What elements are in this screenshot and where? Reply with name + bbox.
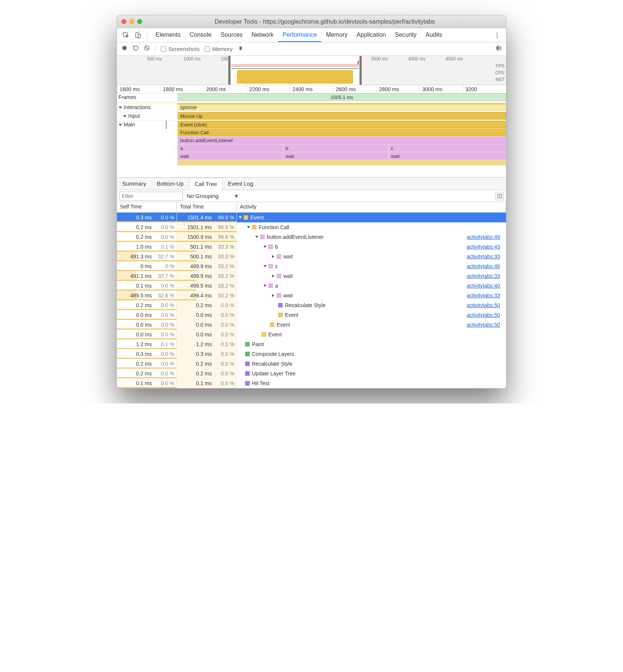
source-link[interactable]: activitytabs:49 — [467, 234, 504, 240]
header-activity[interactable]: Activity — [237, 202, 506, 212]
call-tree-row[interactable]: 1.0 ms0.1 %501.1 ms33.3 %bactivitytabs:4… — [117, 242, 506, 252]
total-time-cell: 0.0 ms0.0 % — [177, 310, 237, 320]
detail-tab-call-tree[interactable]: Call Tree — [189, 178, 223, 190]
header-self-time[interactable]: Self Time — [117, 202, 177, 212]
expand-arrow-icon[interactable] — [264, 285, 267, 287]
call-tree-row[interactable]: 0.3 ms0.0 %0.3 ms0.0 %Composite Layers — [117, 349, 506, 359]
call-tree-row[interactable]: 0.3 ms0.0 %1501.4 ms99.9 %Event — [117, 213, 506, 222]
expand-arrow-icon[interactable] — [272, 274, 274, 278]
tab-security[interactable]: Security — [390, 28, 421, 42]
total-time-cell: 0.2 ms0.0 % — [177, 359, 237, 369]
gc-button[interactable] — [238, 45, 243, 53]
call-tree-row[interactable]: 0.0 ms0.0 %0.0 ms0.0 %Eventactivitytabs:… — [117, 320, 506, 330]
source-link[interactable]: activitytabs:46 — [467, 263, 504, 269]
flame-function-call[interactable]: Function Call — [178, 129, 506, 136]
filter-input[interactable] — [119, 192, 183, 201]
main-lane[interactable]: Main Event (click) Function Call button.… — [117, 121, 506, 177]
call-tree-row[interactable]: 0.1 ms0.0 %499.5 ms33.2 %aactivitytabs:4… — [117, 281, 506, 291]
interaction-response[interactable]: sponse — [178, 104, 506, 111]
chevron-down-icon[interactable] — [118, 124, 122, 126]
inspect-icon[interactable] — [121, 30, 131, 40]
show-heaviest-stack-icon[interactable] — [496, 192, 504, 200]
settings-icon[interactable] — [495, 45, 502, 53]
reload-button[interactable] — [133, 45, 139, 53]
tab-memory[interactable]: Memory — [321, 28, 352, 42]
call-tree-row[interactable]: 0.2 ms0.0 %0.2 ms0.0 %Recalculate Style — [117, 359, 506, 369]
tab-console[interactable]: Console — [185, 28, 216, 42]
frame-duration[interactable]: 1505.1 ms — [178, 93, 506, 101]
source-link[interactable]: activitytabs:50 — [467, 302, 504, 308]
clear-button[interactable] — [144, 45, 150, 53]
grouping-dropdown[interactable]: No Grouping▼ — [187, 193, 239, 199]
expand-arrow-icon[interactable] — [272, 255, 274, 258]
tab-performance[interactable]: Performance — [278, 28, 322, 42]
flame-a[interactable]: a — [178, 144, 283, 152]
zoom-window-button[interactable] — [137, 19, 142, 24]
record-button[interactable] — [121, 45, 127, 53]
tab-elements[interactable]: Elements — [151, 28, 185, 42]
call-tree-row[interactable]: 491.3 ms32.7 %500.1 ms33.3 %waitactivity… — [117, 252, 506, 261]
minimize-window-button[interactable] — [129, 19, 134, 24]
flame-b[interactable]: b — [283, 144, 388, 152]
expand-arrow-icon[interactable] — [239, 216, 242, 219]
input-event[interactable]: Mouse Up — [178, 112, 506, 120]
overview-green-line — [231, 68, 359, 69]
call-tree-row[interactable]: 0 ms0 %499.9 ms33.2 %cactivitytabs:46 — [117, 261, 506, 271]
call-tree-row[interactable]: 0.1 ms0.0 %0.1 ms0.0 %Hit Test — [117, 378, 506, 388]
expand-arrow-icon[interactable] — [264, 246, 267, 248]
flame-wait-2[interactable]: wait — [283, 152, 388, 160]
call-tree-row[interactable]: 0.2 ms0.0 %1501.1 ms99.9 %Function Call — [117, 222, 506, 232]
detail-ruler[interactable]: 1600 ms1800 ms2000 ms2200 ms2400 ms2600 … — [117, 85, 506, 93]
overview-handle-left[interactable] — [228, 56, 231, 85]
tab-application[interactable]: Application — [352, 28, 390, 42]
tab-sources[interactable]: Sources — [216, 28, 247, 42]
svg-point-9 — [497, 47, 499, 49]
memory-checkbox[interactable]: Memory — [205, 46, 232, 52]
detail-tab-bottom-up[interactable]: Bottom-Up — [151, 178, 189, 190]
expand-arrow-icon[interactable] — [247, 226, 250, 228]
call-tree-row[interactable]: 489.5 ms32.6 %499.4 ms33.2 %waitactivity… — [117, 291, 506, 300]
flame-wait-1[interactable]: wait — [178, 152, 283, 160]
call-tree-row[interactable]: 0.2 ms0.0 %0.2 ms0.0 %Recalculate Stylea… — [117, 300, 506, 310]
call-tree-row[interactable]: 0.0 ms0.0 %0.0 ms0.0 %Event — [117, 330, 506, 339]
flame-listener[interactable]: button.addEventListener — [178, 136, 506, 144]
source-link[interactable]: activitytabs:43 — [467, 244, 504, 250]
call-tree-row[interactable]: 0.2 ms0.0 %0.2 ms0.0 %Update Layer Tree — [117, 369, 506, 378]
total-time-cell: 0.2 ms0.0 % — [177, 300, 237, 310]
detail-tab-summary[interactable]: Summary — [117, 178, 151, 190]
call-tree-row[interactable]: 491.1 ms32.7 %499.9 ms33.2 %waitactivity… — [117, 271, 506, 281]
source-link[interactable]: activitytabs:50 — [467, 312, 504, 318]
expand-arrow-icon[interactable] — [272, 294, 274, 297]
source-link[interactable]: activitytabs:33 — [467, 292, 504, 298]
chevron-down-icon[interactable] — [118, 106, 122, 109]
source-link[interactable]: activitytabs:50 — [467, 322, 504, 328]
chevron-down-icon[interactable] — [123, 115, 127, 117]
source-link[interactable]: activitytabs:40 — [467, 283, 504, 289]
call-tree-row[interactable]: 0.2 ms0.0 %1500.9 ms99.8 %button.addEven… — [117, 232, 506, 242]
frames-lane: Frames 1505.1 ms — [117, 93, 506, 102]
close-window-button[interactable] — [121, 19, 126, 24]
header-total-time[interactable]: Total Time — [177, 202, 237, 212]
activity-cell: waitactivitytabs:33 — [237, 291, 506, 300]
tab-network[interactable]: Network — [247, 28, 278, 42]
flame-event[interactable]: Event (click) — [178, 121, 506, 128]
flame-c[interactable]: c — [388, 144, 506, 152]
detail-tab-event-log[interactable]: Event Log — [223, 178, 259, 190]
overview-timeline[interactable]: 500 ms1000 ms1500 ms2000 ms2500 ms3000 m… — [117, 56, 506, 85]
input-lane[interactable]: Input Mouse Up — [117, 112, 506, 121]
expand-arrow-icon[interactable] — [264, 265, 267, 267]
flame-wait-3[interactable]: wait — [388, 152, 506, 160]
interactions-lane[interactable]: Interactions sponse — [117, 104, 506, 112]
more-icon[interactable] — [492, 30, 502, 40]
call-tree-row[interactable]: 0.0 ms0.0 %0.0 ms0.0 %Eventactivitytabs:… — [117, 310, 506, 320]
device-toggle-icon[interactable] — [133, 30, 143, 40]
tab-audits[interactable]: Audits — [421, 28, 446, 42]
flame-microtasks[interactable] — [178, 160, 506, 165]
source-link[interactable]: activitytabs:33 — [467, 273, 504, 279]
overview-long-frame-marker — [358, 61, 359, 64]
source-link[interactable]: activitytabs:33 — [467, 254, 504, 260]
call-tree-row[interactable]: 1.2 ms0.1 %1.2 ms0.1 %Paint — [117, 339, 506, 349]
screenshots-checkbox[interactable]: Screenshots — [161, 46, 199, 52]
overview-handle-right[interactable] — [359, 56, 362, 85]
expand-arrow-icon[interactable] — [255, 236, 258, 238]
